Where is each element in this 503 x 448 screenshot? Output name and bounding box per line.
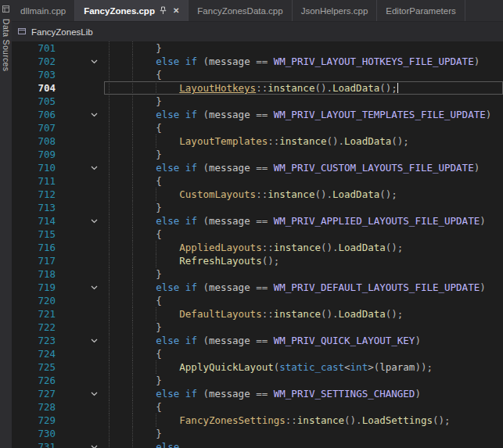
code-line[interactable]: 723 else if (message == WM_PRIV_QUICK_LA… [12,334,503,347]
code-line[interactable]: 718 } [12,267,503,281]
code-token: ) [474,162,480,174]
code-line[interactable]: 724 { [12,347,503,360]
code-token: message [209,281,250,293]
code-line[interactable]: 722 } [12,321,503,334]
indent-guide [109,347,110,360]
code-line[interactable]: 707 { [12,121,503,134]
indent-guide [132,241,133,254]
code-line[interactable]: 702 else if (message == WM_PRIV_LAYOUT_H… [12,55,503,68]
code-token: (). [344,414,362,426]
code-line[interactable]: 705 } [12,95,503,108]
close-icon[interactable]: ✕ [173,6,179,15]
fold-spacer [84,347,104,360]
code-line[interactable]: 719 else if (message == WM_PRIV_DEFAULT_… [12,281,503,294]
code-line[interactable]: 726 } [12,374,503,387]
code-text: LayoutTemplates::instance().LoadData(); [104,134,503,148]
tab-dllmain.cpp[interactable]: dllmain.cpp [12,0,75,21]
code-token: (); [262,255,280,267]
selection-margin [60,201,84,214]
code-line[interactable]: 714 else if (message == WM_PRIV_APPLIED_… [12,214,503,228]
code-lines: 701 }702 else if (message == WM_PRIV_LAY… [12,41,503,448]
indent-guide [109,440,110,448]
code-token: (). [314,188,332,200]
code-token: ) [480,215,486,227]
code-line[interactable]: 708 LayoutTemplates::instance().LoadData… [12,134,503,148]
indent-guide [109,81,110,95]
code-line[interactable]: 706 else if (message == WM_PRIV_LAYOUT_T… [12,108,503,121]
tab-FancyZonesData.cpp[interactable]: FancyZonesData.cpp [189,0,292,21]
code-line[interactable]: 715 { [12,228,503,241]
code-token: LoadData [339,242,386,253]
code-line[interactable]: 710 else if (message == WM_PRIV_CUSTOM_L… [12,161,503,174]
code-token: (). [321,308,339,320]
pin-icon[interactable] [160,6,167,15]
code-line[interactable]: 713 } [12,201,503,214]
line-number: 728 [12,400,60,414]
code-line[interactable]: 712 CustomLayouts::instance().LoadData()… [12,188,503,201]
code-line[interactable]: 728 { [12,400,503,414]
code-line[interactable]: 717 RefreshLayouts(); [12,254,503,267]
code-token: } [109,42,162,54]
code-token: ( [197,335,209,346]
fold-spacer [84,68,104,81]
code-token [179,281,185,293]
code-text: else if (message == WM_PRIV_APPLIED_LAYO… [104,214,503,228]
code-token: WM_PRIV_QUICK_LAYOUT_KEY [274,335,415,346]
code-line[interactable]: 725 ApplyQuickLayout(static_cast<int>(lp… [12,360,503,374]
indent-guide [156,254,156,267]
selection-margin [60,427,84,440]
indent-guide [109,267,110,281]
tab-bar: dllmain.cppFancyZones.cpp✕FancyZonesData… [12,0,503,21]
tab-label: FancyZonesData.cpp [197,6,282,16]
line-number: 715 [12,228,60,241]
code-token: ) [480,281,486,293]
code-text: else if (message == WM_PRIV_QUICK_LAYOUT… [104,334,503,347]
code-line[interactable]: 709 } [12,148,503,161]
fold-chevron-icon[interactable] [84,55,104,68]
code-line[interactable]: 711 { [12,174,503,188]
fold-chevron-icon[interactable] [84,387,104,400]
code-token: (); [391,135,409,147]
line-number: 722 [12,321,60,334]
fold-chevron-icon[interactable] [84,161,104,174]
code-line[interactable]: 731 else [12,440,503,448]
code-text: { [104,121,503,134]
code-line[interactable]: 716 AppliedLayouts::instance().LoadData(… [12,241,503,254]
tab-JsonHelpers.cpp[interactable]: JsonHelpers.cpp [293,0,378,21]
code-token: if [185,56,197,67]
code-token: == [250,281,274,293]
line-number: 713 [12,201,60,214]
text-cursor [397,83,399,93]
fold-chevron-icon[interactable] [84,334,104,347]
code-text: else if (message == WM_PRIV_DEFAULT_LAYO… [104,281,503,294]
code-line[interactable]: 720 { [12,294,503,307]
code-text: { [104,400,503,414]
code-token: :: [256,82,268,94]
code-line[interactable]: 729 FancyZonesSettings::instance().LoadS… [12,414,503,427]
code-token: :: [262,242,274,253]
code-line[interactable]: 721 DefaultLayouts::instance().LoadData(… [12,307,503,321]
code-line[interactable]: 701 } [12,41,503,55]
code-token: { [109,295,162,306]
code-text: ApplyQuickLayout(static_cast<int>(lparam… [104,360,503,374]
code-line[interactable]: 704 LayoutHotkeys::instance().LoadData()… [12,81,503,95]
project-dropdown[interactable]: FancyZonesLib [31,27,93,37]
indent-guide [132,55,133,68]
data-sources-tab[interactable]: Data Sources [2,19,11,71]
fold-chevron-icon[interactable] [84,108,104,121]
tab-FancyZones.cpp[interactable]: FancyZones.cpp✕ [75,0,189,21]
tab-EditorParameters[interactable]: EditorParameters [377,0,465,21]
code-editor[interactable]: 701 }702 else if (message == WM_PRIV_LAY… [12,41,503,448]
fold-chevron-icon[interactable] [84,281,104,294]
code-line[interactable]: 703 { [12,68,503,81]
fold-chevron-icon[interactable] [84,440,104,448]
code-token [179,162,185,174]
line-number: 716 [12,241,60,254]
selection-margin [60,228,84,241]
code-line[interactable]: 727 else if (message == WM_PRIV_SETTINGS… [12,387,503,400]
code-line[interactable]: 730 } [12,427,503,440]
fold-chevron-icon[interactable] [84,214,104,228]
indent-guide [132,95,133,108]
line-number: 704 [12,81,60,95]
code-token: ) [415,388,421,400]
